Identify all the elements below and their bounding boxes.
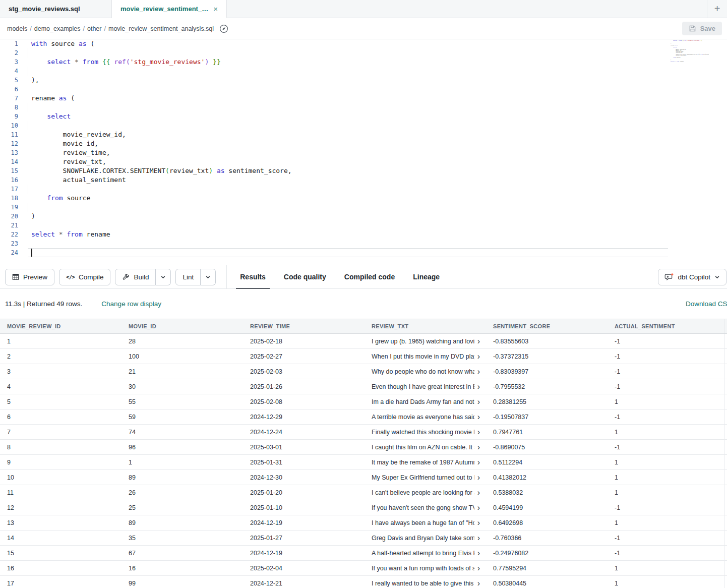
download-csv-link[interactable]: Download CSV (686, 300, 727, 308)
table-row: 11262025-01-20I can't believe people are… (0, 485, 727, 500)
file-navigator-icon[interactable] (219, 24, 228, 33)
tab-lineage[interactable]: Lineage (404, 265, 449, 289)
expand-cell-icon[interactable]: › (477, 413, 480, 421)
expand-cell-icon[interactable]: › (477, 368, 480, 376)
code-line[interactable]: 9 select (0, 112, 727, 121)
breadcrumb: models/demo_examples/other/movie_review_… (7, 25, 216, 32)
expand-cell-icon[interactable]: › (477, 579, 480, 587)
expand-cell-icon[interactable]: › (477, 474, 480, 482)
expand-cell-icon[interactable]: › (477, 549, 480, 557)
table-cell: 2025-02-27 (243, 349, 365, 364)
editor-minimap[interactable]: with source as ( select * from {{ ref('s… (671, 39, 709, 69)
code-line[interactable]: 3 select * from {{ ref('stg_movie_review… (0, 57, 727, 67)
table-cell: 1 (608, 485, 724, 500)
table-row: 14352025-01-27Greg Davis and Bryan Daly … (0, 531, 727, 546)
review-txt-cell: I can't believe people are looking for a… (365, 485, 486, 500)
expand-cell-icon[interactable]: › (477, 504, 480, 512)
table-cell: 13 (0, 515, 122, 530)
change-row-display-link[interactable]: Change row display (101, 300, 161, 308)
expand-cell-icon[interactable]: › (477, 519, 480, 527)
lint-dropdown-chevron-icon[interactable] (201, 269, 216, 285)
tab-code-quality[interactable]: Code quality (275, 265, 335, 289)
code-line[interactable]: 13 review_time, (0, 148, 727, 157)
expand-cell-icon[interactable]: › (477, 337, 480, 345)
table-cell: -1 (608, 379, 724, 394)
review-txt-cell: I caught this film on AZN on cable. It s… (365, 440, 486, 454)
table-cell: 28 (122, 334, 243, 348)
code-line[interactable]: 5), (0, 76, 727, 85)
code-line[interactable]: 16 actual_sentiment (0, 175, 727, 185)
code-line[interactable]: 7rename as ( (0, 94, 727, 103)
tab-results[interactable]: Results (231, 265, 275, 289)
code-line[interactable]: 20) (0, 212, 727, 221)
code-line[interactable]: 24 (0, 248, 727, 257)
code-line[interactable]: 17 (0, 185, 727, 194)
new-tab-button[interactable]: + (707, 0, 727, 18)
close-icon[interactable]: × (213, 5, 218, 13)
lint-label: Lint (183, 273, 194, 281)
expand-cell-icon[interactable]: › (477, 428, 480, 436)
code-line[interactable]: 21 (0, 221, 727, 230)
line-number: 12 (0, 139, 18, 148)
code-line[interactable]: 19 (0, 203, 727, 212)
code-editor[interactable]: 1with source as (23 select * from {{ ref… (0, 39, 727, 265)
table-cell: 89 (122, 470, 243, 485)
expand-cell-icon[interactable]: › (477, 534, 480, 542)
code-line[interactable]: 14 review_txt, (0, 157, 727, 166)
code-line[interactable]: 10 (0, 121, 727, 130)
expand-cell-icon[interactable]: › (477, 564, 480, 572)
file-tab-0[interactable]: stg_movie_reviews.sql (0, 0, 112, 18)
code-line[interactable]: 8 (0, 103, 727, 112)
table-cell-overflow (724, 394, 727, 409)
code-line[interactable]: 6 (0, 85, 727, 94)
code-line[interactable]: 1with source as ( (0, 39, 727, 48)
code-line[interactable]: 18 from source (0, 194, 727, 203)
line-number: 14 (0, 157, 18, 166)
lint-button[interactable]: Lint (175, 269, 201, 285)
table-cell: 1 (608, 470, 724, 485)
build-label: Build (134, 273, 149, 281)
expand-cell-icon[interactable]: › (477, 443, 480, 451)
expand-cell-icon[interactable]: › (477, 398, 480, 406)
line-number: 17 (0, 185, 18, 194)
table-cell: 67 (122, 546, 243, 560)
expand-cell-icon[interactable]: › (477, 352, 480, 361)
table-cell: -1 (608, 334, 724, 348)
table-cell: 2025-01-26 (243, 379, 365, 394)
review-txt-cell: Greg Davis and Bryan Daly take some …› (365, 531, 486, 545)
tab-compiled-code[interactable]: Compiled code (335, 265, 404, 289)
indent-guide (28, 121, 28, 130)
compile-button[interactable]: </> Compile (59, 269, 110, 285)
preview-button[interactable]: Preview (5, 269, 54, 285)
table-cell: 89 (122, 515, 243, 530)
code-line[interactable]: 23 (0, 239, 727, 248)
dbt-copilot-button[interactable]: dbt Copilot (658, 269, 726, 285)
review-txt-cell: Finally watched this shocking movie la…› (365, 425, 486, 439)
copilot-label: dbt Copilot (678, 273, 710, 281)
table-header-row: MOVIE_REVIEW_IDMOVIE_IDREVIEW_TIMEREVIEW… (0, 319, 727, 334)
code-line[interactable]: 4 (0, 67, 727, 76)
code-line[interactable]: 15 SNOWFLAKE.CORTEX.SENTIMENT(review_txt… (0, 166, 727, 175)
build-button[interactable]: Build (115, 269, 156, 285)
table-row: 3212025-02-03Why do people who do not kn… (0, 364, 727, 379)
table-cell-overflow (724, 470, 727, 485)
code-line[interactable]: 22select * from rename (0, 230, 727, 239)
table-cell: 2025-01-31 (243, 455, 365, 469)
table-cell: 2 (0, 349, 122, 364)
line-number: 10 (0, 121, 18, 130)
copilot-chat-sparkle-icon (664, 273, 674, 281)
review-txt-cell: It may be the remake of 1987 Autumn'…› (365, 455, 486, 469)
build-dropdown-chevron-icon[interactable] (156, 269, 171, 285)
review-txt-cell: My Super Ex Girlfriend turned out to b…› (365, 470, 486, 485)
code-line[interactable]: 11 movie_review_id, (0, 130, 727, 139)
column-header-review_txt: REVIEW_TXT (365, 319, 486, 333)
expand-cell-icon[interactable]: › (477, 489, 480, 497)
code-line[interactable]: 12 movie_id, (0, 139, 727, 148)
file-tab-1[interactable]: movie_review_sentiment_…× (112, 0, 227, 18)
expand-cell-icon[interactable]: › (477, 383, 480, 391)
expand-cell-icon[interactable]: › (477, 458, 480, 466)
code-line[interactable]: 2 (0, 48, 727, 57)
breadcrumb-separator: / (30, 25, 31, 32)
line-number: 24 (0, 248, 18, 257)
save-button[interactable]: Save (682, 22, 722, 35)
